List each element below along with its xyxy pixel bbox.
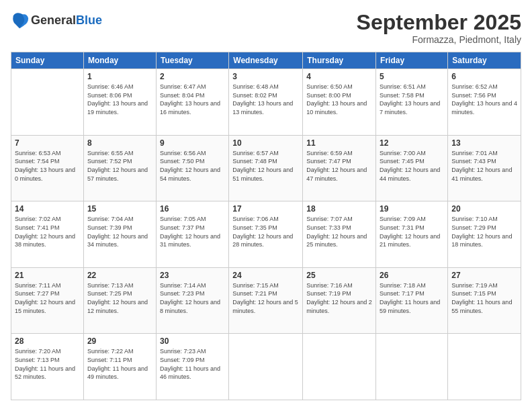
day-number: 17 <box>232 204 299 214</box>
calendar-header-saturday: Saturday <box>448 52 521 69</box>
day-info: Sunrise: 7:22 AM Sunset: 7:11 PM Dayligh… <box>87 347 152 381</box>
day-info: Sunrise: 6:48 AM Sunset: 8:02 PM Dayligh… <box>232 83 299 116</box>
day-number: 22 <box>87 271 152 280</box>
day-number: 20 <box>451 204 517 214</box>
day-number: 26 <box>380 271 444 280</box>
day-info: Sunrise: 7:09 AM Sunset: 7:31 PM Dayligh… <box>380 215 444 248</box>
calendar-cell: 11Sunrise: 6:59 AM Sunset: 7:47 PM Dayli… <box>303 135 376 201</box>
calendar-week-5: 28Sunrise: 7:20 AM Sunset: 7:13 PM Dayli… <box>11 334 521 400</box>
logo-general: General <box>31 13 76 27</box>
day-number: 5 <box>380 72 444 81</box>
calendar-cell: 30Sunrise: 7:23 AM Sunset: 7:09 PM Dayli… <box>156 334 228 400</box>
logo-icon <box>11 11 30 30</box>
day-number: 11 <box>306 138 372 148</box>
day-info: Sunrise: 7:11 AM Sunset: 7:27 PM Dayligh… <box>15 281 80 315</box>
day-number: 10 <box>232 138 299 148</box>
calendar-cell <box>11 69 84 136</box>
calendar-header-wednesday: Wednesday <box>229 52 303 69</box>
calendar-cell: 12Sunrise: 7:00 AM Sunset: 7:45 PM Dayli… <box>376 135 448 201</box>
day-info: Sunrise: 7:00 AM Sunset: 7:45 PM Dayligh… <box>380 149 444 183</box>
day-number: 25 <box>306 271 372 280</box>
day-number: 28 <box>15 336 80 346</box>
day-number: 15 <box>87 204 152 214</box>
day-info: Sunrise: 7:07 AM Sunset: 7:33 PM Dayligh… <box>306 215 372 248</box>
title-section: September 2025 Formazza, Piedmont, Italy <box>357 11 521 45</box>
day-info: Sunrise: 7:01 AM Sunset: 7:43 PM Dayligh… <box>451 149 517 183</box>
day-info: Sunrise: 6:50 AM Sunset: 8:00 PM Dayligh… <box>306 83 372 116</box>
day-number: 13 <box>451 138 517 148</box>
calendar-cell: 14Sunrise: 7:02 AM Sunset: 7:41 PM Dayli… <box>11 201 84 268</box>
calendar-cell: 28Sunrise: 7:20 AM Sunset: 7:13 PM Dayli… <box>11 334 84 400</box>
calendar-cell: 9Sunrise: 6:56 AM Sunset: 7:50 PM Daylig… <box>156 135 228 201</box>
day-info: Sunrise: 7:23 AM Sunset: 7:09 PM Dayligh… <box>160 347 225 381</box>
day-number: 8 <box>87 138 152 148</box>
subtitle: Formazza, Piedmont, Italy <box>357 34 521 45</box>
calendar-cell <box>229 334 303 400</box>
day-info: Sunrise: 6:47 AM Sunset: 8:04 PM Dayligh… <box>160 83 225 116</box>
calendar-cell: 25Sunrise: 7:16 AM Sunset: 7:19 PM Dayli… <box>303 267 376 334</box>
day-number: 19 <box>380 204 444 214</box>
day-number: 30 <box>160 336 225 346</box>
calendar-cell: 7Sunrise: 6:53 AM Sunset: 7:54 PM Daylig… <box>11 135 84 201</box>
calendar-header-friday: Friday <box>376 52 448 69</box>
calendar-cell <box>448 334 521 400</box>
day-number: 23 <box>160 271 225 280</box>
calendar-cell: 15Sunrise: 7:04 AM Sunset: 7:39 PM Dayli… <box>83 201 156 268</box>
day-info: Sunrise: 7:13 AM Sunset: 7:25 PM Dayligh… <box>87 281 152 315</box>
day-number: 1 <box>87 72 152 81</box>
day-info: Sunrise: 7:16 AM Sunset: 7:19 PM Dayligh… <box>306 281 372 315</box>
calendar-cell: 24Sunrise: 7:15 AM Sunset: 7:21 PM Dayli… <box>229 267 303 334</box>
day-number: 2 <box>160 72 225 81</box>
calendar-cell: 2Sunrise: 6:47 AM Sunset: 8:04 PM Daylig… <box>156 69 228 136</box>
day-number: 27 <box>451 271 517 280</box>
day-number: 21 <box>15 271 80 280</box>
calendar-cell <box>376 334 448 400</box>
calendar-cell: 23Sunrise: 7:14 AM Sunset: 7:23 PM Dayli… <box>156 267 228 334</box>
day-info: Sunrise: 7:14 AM Sunset: 7:23 PM Dayligh… <box>160 281 225 315</box>
calendar-week-4: 21Sunrise: 7:11 AM Sunset: 7:27 PM Dayli… <box>11 267 521 334</box>
calendar-cell: 5Sunrise: 6:51 AM Sunset: 7:58 PM Daylig… <box>376 69 448 136</box>
calendar-cell: 21Sunrise: 7:11 AM Sunset: 7:27 PM Dayli… <box>11 267 84 334</box>
day-info: Sunrise: 6:57 AM Sunset: 7:48 PM Dayligh… <box>232 149 299 183</box>
logo-blue: Blue <box>76 13 102 27</box>
calendar-header-sunday: Sunday <box>11 52 84 69</box>
day-number: 29 <box>87 336 152 346</box>
day-info: Sunrise: 7:10 AM Sunset: 7:29 PM Dayligh… <box>451 215 517 248</box>
day-info: Sunrise: 7:18 AM Sunset: 7:17 PM Dayligh… <box>380 281 444 315</box>
calendar-header-row: SundayMondayTuesdayWednesdayThursdayFrid… <box>11 52 521 69</box>
calendar-week-3: 14Sunrise: 7:02 AM Sunset: 7:41 PM Dayli… <box>11 201 521 268</box>
calendar-cell: 6Sunrise: 6:52 AM Sunset: 7:56 PM Daylig… <box>448 69 521 136</box>
calendar-week-1: 1Sunrise: 6:46 AM Sunset: 8:06 PM Daylig… <box>11 69 521 136</box>
calendar-cell <box>303 334 376 400</box>
day-info: Sunrise: 7:05 AM Sunset: 7:37 PM Dayligh… <box>160 215 225 248</box>
header: GeneralBlue September 2025 Formazza, Pie… <box>11 11 521 45</box>
day-info: Sunrise: 6:46 AM Sunset: 8:06 PM Dayligh… <box>87 83 152 116</box>
calendar-cell: 4Sunrise: 6:50 AM Sunset: 8:00 PM Daylig… <box>303 69 376 136</box>
calendar-header-thursday: Thursday <box>303 52 376 69</box>
calendar-cell: 27Sunrise: 7:19 AM Sunset: 7:15 PM Dayli… <box>448 267 521 334</box>
day-number: 18 <box>306 204 372 214</box>
calendar-cell: 18Sunrise: 7:07 AM Sunset: 7:33 PM Dayli… <box>303 201 376 268</box>
day-number: 6 <box>451 72 517 81</box>
calendar-cell: 20Sunrise: 7:10 AM Sunset: 7:29 PM Dayli… <box>448 201 521 268</box>
calendar-week-2: 7Sunrise: 6:53 AM Sunset: 7:54 PM Daylig… <box>11 135 521 201</box>
calendar-cell: 3Sunrise: 6:48 AM Sunset: 8:02 PM Daylig… <box>229 69 303 136</box>
day-info: Sunrise: 6:55 AM Sunset: 7:52 PM Dayligh… <box>87 149 152 183</box>
day-number: 12 <box>380 138 444 148</box>
calendar-cell: 22Sunrise: 7:13 AM Sunset: 7:25 PM Dayli… <box>83 267 156 334</box>
calendar-cell: 19Sunrise: 7:09 AM Sunset: 7:31 PM Dayli… <box>376 201 448 268</box>
day-number: 14 <box>15 204 80 214</box>
day-info: Sunrise: 7:15 AM Sunset: 7:21 PM Dayligh… <box>232 281 299 315</box>
calendar: SundayMondayTuesdayWednesdayThursdayFrid… <box>11 52 521 400</box>
day-number: 4 <box>306 72 372 81</box>
calendar-cell: 26Sunrise: 7:18 AM Sunset: 7:17 PM Dayli… <box>376 267 448 334</box>
day-info: Sunrise: 7:02 AM Sunset: 7:41 PM Dayligh… <box>15 215 80 248</box>
calendar-header-monday: Monday <box>83 52 156 69</box>
calendar-cell: 16Sunrise: 7:05 AM Sunset: 7:37 PM Dayli… <box>156 201 228 268</box>
day-info: Sunrise: 6:59 AM Sunset: 7:47 PM Dayligh… <box>306 149 372 183</box>
day-info: Sunrise: 7:20 AM Sunset: 7:13 PM Dayligh… <box>15 347 80 381</box>
calendar-cell: 13Sunrise: 7:01 AM Sunset: 7:43 PM Dayli… <box>448 135 521 201</box>
calendar-header-tuesday: Tuesday <box>156 52 228 69</box>
day-info: Sunrise: 6:51 AM Sunset: 7:58 PM Dayligh… <box>380 83 444 116</box>
calendar-cell: 8Sunrise: 6:55 AM Sunset: 7:52 PM Daylig… <box>83 135 156 201</box>
